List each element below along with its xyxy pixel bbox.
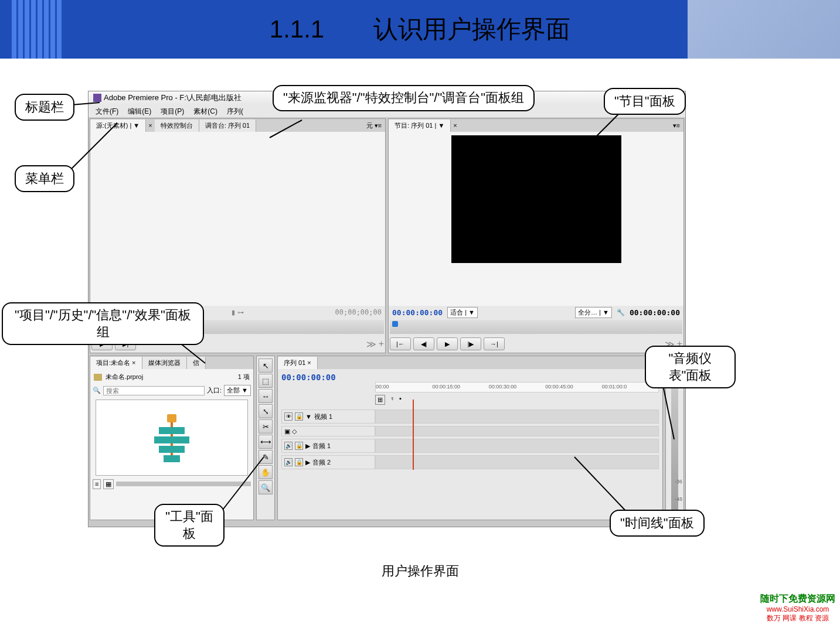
- tab-sequence[interactable]: 序列 01 ×: [278, 357, 318, 369]
- tab-media-browser[interactable]: 媒体浏览器: [142, 357, 187, 369]
- watermark-name: 随时下免费资源网: [760, 593, 835, 605]
- audio-track-2: 🔊 🔒 ▶ 音频 2: [281, 455, 659, 469]
- icon-view-icon[interactable]: ▦: [103, 479, 114, 489]
- video-track-1-content[interactable]: [375, 409, 659, 424]
- source-plus-icon[interactable]: +: [379, 339, 384, 349]
- lock-icon[interactable]: 🔒: [295, 412, 303, 421]
- project-body: 未命名.prproj 1 项 🔍 入口: 全部 ▼: [90, 369, 253, 520]
- timeline-ruler[interactable]: 00:00 00:00:15:00 00:00:30:00 00:00:45:0…: [375, 382, 659, 392]
- callout-timeline-panel: "时间线"面板: [610, 510, 705, 537]
- razor-tool[interactable]: ✂: [259, 419, 273, 434]
- audio-track-1-header[interactable]: 🔊 🔒 ▶ 音频 1: [281, 439, 375, 453]
- lock-icon[interactable]: 🔒: [295, 442, 303, 450]
- tab-audio-mixer[interactable]: 调音台: 序列 01: [199, 120, 256, 132]
- slip-tool[interactable]: ⟷: [259, 435, 273, 449]
- audio-track-1-content[interactable]: [375, 439, 659, 453]
- tab-source[interactable]: 源:(无素材) | ▼: [90, 120, 146, 132]
- zoom-tool[interactable]: 🔍: [259, 480, 273, 494]
- hand-tool[interactable]: ✋: [259, 465, 273, 479]
- app-icon: [93, 94, 101, 102]
- program-scrubber[interactable]: [390, 320, 682, 334]
- tab-effects-control[interactable]: 特效控制台: [155, 120, 199, 132]
- ripple-edit-tool[interactable]: ↔: [259, 389, 273, 403]
- snap-icon[interactable]: ⊞: [375, 395, 385, 405]
- audio-track-2-content[interactable]: [375, 455, 659, 469]
- video-track-1-fx: ▣ ◇: [281, 426, 659, 436]
- lock-icon[interactable]: 🔒: [295, 458, 303, 466]
- unit-dropdown[interactable]: 元 ▾≡: [363, 121, 385, 130]
- goto-out-button[interactable]: →|: [484, 337, 505, 350]
- tab-info[interactable]: 信: [187, 357, 206, 369]
- timeline-tc: 00:00:00:00: [281, 373, 336, 382]
- ruler-mark: 00:00: [376, 384, 432, 391]
- zoom-slider[interactable]: [116, 482, 251, 486]
- tag-icon[interactable]: ▪: [399, 395, 402, 405]
- video-track-1-fx-content[interactable]: [375, 426, 659, 436]
- sequence-thumbnail: [154, 414, 189, 461]
- audio-track-1: 🔊 🔒 ▶ 音频 1: [281, 439, 659, 453]
- tools-panel: ↖ ⬚ ↔ ⤡ ✂ ⟷ ✎ ✋ 🔍: [256, 356, 275, 520]
- menu-file[interactable]: 文件(F): [91, 105, 123, 116]
- callout-audio-meter-panel: "音频仪表"面板: [645, 346, 736, 388]
- watermark-tagline: 数万 网课 教程 资源: [760, 613, 835, 623]
- audio-track-2-label: 音频 2: [312, 458, 331, 467]
- source-tabs: 源:(无素材) | ▼ × 特效控制台 调音台: 序列 01 元 ▾≡: [90, 119, 385, 132]
- tab-program-close[interactable]: ×: [451, 122, 459, 129]
- list-view-icon[interactable]: ≡: [93, 479, 101, 489]
- entry-dropdown[interactable]: 全部 ▼: [224, 385, 251, 396]
- project-filename: 未命名.prproj: [106, 373, 143, 381]
- wrench-icon[interactable]: 🔧: [617, 309, 625, 316]
- project-panel: 项目:未命名 × 媒体浏览器 信 未命名.prproj 1 项 🔍 入口: 全部…: [90, 356, 254, 520]
- callout-tools-panel: "工具"面板: [154, 504, 225, 547]
- menu-project[interactable]: 项目(P): [156, 105, 189, 116]
- video-track-1: 👁 🔒 ▼ 视频 1: [281, 409, 659, 424]
- app-title-text: Adobe Premiere Pro - F:\人民邮电出版社: [104, 93, 242, 103]
- ruler-mark: 00:00:30:00: [489, 384, 545, 391]
- fit-dropdown[interactable]: 适合 | ▼: [447, 307, 478, 318]
- meter-label: -48: [675, 496, 682, 502]
- full-dropdown[interactable]: 全分… | ▼: [575, 307, 612, 318]
- watermark: 随时下免费资源网 www.SuiShiXia.com 数万 网课 教程 资源: [760, 593, 835, 623]
- step-forward-button[interactable]: |▶: [460, 337, 481, 350]
- video-track-1-header[interactable]: 👁 🔒 ▼ 视频 1: [281, 409, 375, 424]
- audio-track-2-header[interactable]: 🔊 🔒 ▶ 音频 2: [281, 455, 375, 469]
- speaker-icon[interactable]: 🔊: [284, 458, 293, 466]
- menu-sequence[interactable]: 序列(: [222, 105, 248, 116]
- tab-program[interactable]: 节目: 序列 01 | ▼: [389, 120, 451, 132]
- eye-icon[interactable]: 👁: [284, 412, 293, 421]
- meter-label: -36: [675, 479, 682, 484]
- slide-caption: 用户操作界面: [382, 562, 459, 580]
- timeline-tabs: 序列 01 × ▾≡: [278, 356, 662, 369]
- marker-icon[interactable]: ♀: [390, 395, 395, 405]
- slide-header: 1.1.1 认识用户操作界面: [0, 0, 840, 59]
- project-file-item[interactable]: 未命名.prproj 1 项: [93, 371, 251, 383]
- track-select-tool[interactable]: ⬚: [259, 374, 273, 388]
- program-playhead[interactable]: [392, 321, 398, 327]
- tab-project[interactable]: 项目:未命名 ×: [90, 357, 142, 369]
- goto-in-button[interactable]: |←: [390, 337, 411, 350]
- project-tabs: 项目:未命名 × 媒体浏览器 信: [90, 356, 253, 369]
- source-viewer: [90, 132, 385, 306]
- header-decoration-stripes: [12, 0, 62, 59]
- play-button[interactable]: ▶: [437, 337, 458, 350]
- menu-edit[interactable]: 编辑(E): [123, 105, 156, 116]
- program-tc-right: 00:00:00:00: [630, 308, 680, 317]
- playhead-line[interactable]: [413, 400, 414, 470]
- pen-tool[interactable]: ✎: [259, 450, 273, 464]
- selection-tool[interactable]: ↖: [259, 359, 273, 373]
- callout-program-panel: "节目"面板: [604, 88, 686, 115]
- step-back-button[interactable]: ◀|: [413, 337, 434, 350]
- project-search-input[interactable]: [103, 386, 205, 395]
- speaker-icon[interactable]: 🔊: [284, 442, 293, 450]
- timeline-panel: 序列 01 × ▾≡ 00:00:00:00 00:00 00:00:15:00…: [277, 356, 663, 520]
- program-menu-icon[interactable]: ▾≡: [669, 122, 683, 129]
- video-track-1-label: 视频 1: [314, 412, 332, 421]
- search-icon: 🔍: [93, 387, 101, 394]
- source-more-icon[interactable]: ≫: [366, 339, 376, 350]
- tab-source-close[interactable]: ×: [146, 122, 154, 129]
- program-footer: 00:00:00:00 适合 | ▼ 全分… | ▼ 🔧 00:00:00:00: [389, 306, 683, 319]
- menu-clip[interactable]: 素材(C): [189, 105, 222, 116]
- rate-stretch-tool[interactable]: ⤡: [259, 404, 273, 418]
- project-preview[interactable]: [96, 400, 248, 476]
- video-track-1-fx-header[interactable]: ▣ ◇: [281, 426, 375, 436]
